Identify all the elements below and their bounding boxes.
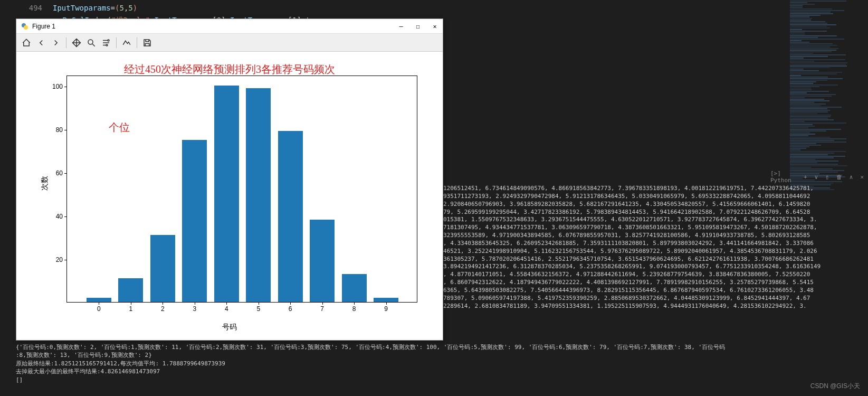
figure-window: Figure 1 — ☐ ✕ 经过450次神经网络预测排列3各推荐号码频次 个位… <box>16 18 443 341</box>
bar <box>278 131 303 302</box>
bar <box>118 278 143 302</box>
configure-icon[interactable] <box>99 36 113 50</box>
bar <box>214 86 239 302</box>
svg-point-3 <box>108 40 109 41</box>
terminal-close-icon[interactable]: × <box>859 174 865 181</box>
app-icon <box>21 22 29 31</box>
bar <box>310 220 335 302</box>
edit-icon[interactable] <box>120 36 133 50</box>
svg-point-2 <box>88 40 93 44</box>
titlebar[interactable]: Figure 1 — ☐ ✕ <box>16 19 443 34</box>
chart-title: 经过450次神经网络预测排列3各推荐号码频次 <box>124 62 335 77</box>
output-line: 原始最终结果:1.8251215165791412,每次均值平均: 1.7888… <box>16 360 863 367</box>
bar <box>246 88 271 302</box>
svg-point-4 <box>106 44 108 46</box>
window-title: Figure 1 <box>32 23 397 30</box>
output-line: :8,预测次数': 13, '百位号码:9,预测次数': 2} <box>16 351 863 359</box>
save-icon[interactable] <box>140 36 154 50</box>
code-line: IputTwoparams=(5,5) <box>53 4 137 12</box>
output-line: 去掉最大最小值的最终平均结果:4.826146981473097 <box>16 367 863 375</box>
terminal-header: [>] Python + ∨ ▯ 🗑 ∧ × <box>770 172 865 182</box>
terminal-dropdown-icon[interactable]: ∨ <box>813 174 820 181</box>
minimap[interactable] <box>788 0 867 169</box>
x-axis-label: 号码 <box>222 323 237 332</box>
matplotlib-toolbar <box>16 34 443 52</box>
y-axis-label: 次数 <box>40 176 50 191</box>
home-icon[interactable] <box>20 36 33 50</box>
bar <box>150 235 175 302</box>
terminal-output: 1206512451, 6.734614849090576, 4.8669185… <box>443 185 863 310</box>
line-number: 494 <box>0 4 53 12</box>
bar <box>182 140 207 302</box>
zoom-icon[interactable] <box>84 36 98 50</box>
bar <box>374 298 398 302</box>
bar <box>87 298 111 302</box>
back-icon[interactable] <box>34 36 48 50</box>
svg-point-1 <box>24 25 28 30</box>
forward-icon[interactable] <box>49 36 63 50</box>
output-line: {'百位号码:0,预测次数': 2, '百位号码:1,预测次数': 11, '百… <box>16 343 863 351</box>
maximize-icon[interactable]: ☐ <box>414 23 422 30</box>
bar <box>342 274 367 302</box>
plot-area: 经过450次神经网络预测排列3各推荐号码频次 个位 次数 20406080100… <box>16 52 443 340</box>
chart-axes: 204060801000123456789 <box>66 76 417 303</box>
terminal-up-icon[interactable]: ∧ <box>848 174 855 181</box>
terminal-trash-icon[interactable]: 🗑 <box>835 174 844 181</box>
output-line: [] <box>16 376 863 384</box>
pan-icon[interactable] <box>70 36 83 50</box>
bottom-output: {'百位号码:0,预测次数': 2, '百位号码:1,预测次数': 11, '百… <box>16 343 863 384</box>
watermark: CSDN @GIS小天 <box>810 382 860 391</box>
terminal-label: [>] Python <box>770 170 798 184</box>
terminal-add-icon[interactable]: + <box>802 174 809 181</box>
terminal-split-icon[interactable]: ▯ <box>824 174 831 181</box>
minimize-icon[interactable]: — <box>397 23 405 30</box>
close-icon[interactable]: ✕ <box>431 23 438 30</box>
